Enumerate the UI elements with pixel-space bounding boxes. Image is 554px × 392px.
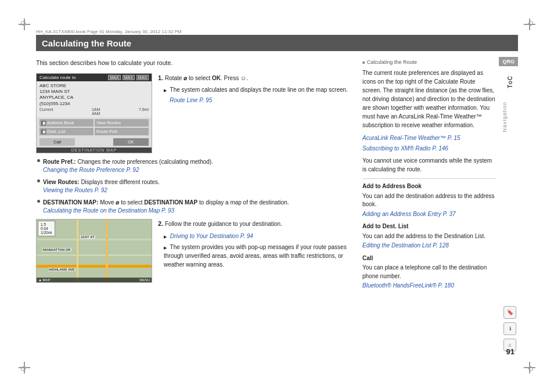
store-city: ANYPLACE, CA xyxy=(39,95,149,100)
intro-text: This section describes how to calculate … xyxy=(36,59,355,67)
current-row: Current 1AM 4AM 7.6mi xyxy=(39,107,149,116)
map-overlay: 1.5 0:04 1/20mi xyxy=(38,221,55,236)
time-col: 1AM 4AM xyxy=(92,107,100,116)
max-icon-1: MAX xyxy=(108,75,120,80)
options-list: Route Pref.: Changes the route preferenc… xyxy=(36,158,355,215)
step1-text: 1. Rotate ⌀ to select OK. Press ☺. The s… xyxy=(158,73,355,154)
time-4am: 4AM xyxy=(92,112,100,116)
store-info: ABC STORE 1234 MAIN ST ANYPLACE, CA (510… xyxy=(39,83,149,107)
step2-bullet2: The system provides you with pop-up mess… xyxy=(158,243,355,269)
bottom-icons: 🔖 ℹ ⌂ xyxy=(503,306,516,351)
dest-list-label: Dest. List xyxy=(47,129,65,134)
map-label-21st: 21ST ST xyxy=(80,235,95,239)
calc-buttons-row2: Call OK xyxy=(37,137,152,148)
acuralink-link[interactable]: AcuraLink Real-Time Weather™ P. 15 xyxy=(362,135,461,141)
call-btn[interactable]: Call xyxy=(39,138,75,146)
map-road-v2 xyxy=(106,220,108,282)
view-routes-desc: Displays three different routes. xyxy=(81,179,159,185)
call-title: Call xyxy=(362,254,496,263)
step1-number: 1. xyxy=(158,74,163,81)
map-road-h2 xyxy=(37,254,152,256)
bullet-content-3: DESTINATION MAP: Move ⌀ to select DESTIN… xyxy=(43,199,355,215)
route-line-link[interactable]: Route Line P. 95 xyxy=(170,97,212,103)
address-book-btn[interactable]: 📋 Address Book xyxy=(39,119,93,127)
bullet-content-1: Route Pref.: Changes the route preferenc… xyxy=(43,158,355,174)
step2-text: 2. Follow the route guidance to your des… xyxy=(158,219,355,283)
page-number: 91 xyxy=(506,347,515,356)
bullet-view-routes: View Routes: Displays three different ro… xyxy=(37,178,355,195)
corner-dot-bl xyxy=(21,366,26,371)
route-pref-desc: Changes the route preferences (calculati… xyxy=(77,159,213,165)
divider-1 xyxy=(362,178,496,179)
navigation-label: Navigation xyxy=(502,102,508,132)
changing-route-link[interactable]: Changing the Route Preference P. 92 xyxy=(43,167,139,173)
address-book-icon: 📋 xyxy=(41,121,46,125)
dest-map-term: DESTINATION MAP: xyxy=(43,199,98,206)
editing-dest-list-link[interactable]: Editing the Destination List P. 128 xyxy=(362,242,449,249)
max-icon-2: MAX xyxy=(123,75,135,80)
calc-screen-title: Calculate route to xyxy=(39,75,76,80)
add-dest-list-section: Add to Dest. List You can add the addres… xyxy=(362,222,496,250)
cannot-use-voice-note: You cannot use voice commands while the … xyxy=(362,156,496,174)
map-label-manhattan: MANHATTAN DR xyxy=(42,248,71,251)
page-title: Calculating the Route xyxy=(42,38,131,48)
xm-radio-link[interactable]: Subscribing to XM® Radio P. 146 xyxy=(362,145,448,152)
toc-label: ToC xyxy=(502,75,518,91)
bullet-content-2: View Routes: Displays three different ro… xyxy=(43,178,355,195)
bullet-dot-3 xyxy=(37,200,40,203)
map-bottom-bar: ▲ MAP MENU xyxy=(37,278,152,282)
add-dest-list-title: Add to Dest. List xyxy=(362,222,496,231)
bullet-route-pref: Route Pref.: Changes the route preferenc… xyxy=(37,158,355,174)
address-book-label: Address Book xyxy=(47,120,74,125)
call-section: Call You can place a telephone call to t… xyxy=(362,254,496,290)
view-routes-btn[interactable]: View Routes xyxy=(95,119,149,127)
right-section-title: Calculating the Route xyxy=(362,59,496,66)
add-address-book-text: You can add the destination address to t… xyxy=(362,192,496,209)
right-column: Calculating the Route The current route … xyxy=(362,55,496,357)
distance: 7.6mi xyxy=(139,107,149,116)
screenshot-area: Calculate route to MAX MAX MAX ABC STORE… xyxy=(36,73,355,154)
route-pref-term: Route Pref.: xyxy=(43,159,76,165)
map-road-v1 xyxy=(77,220,78,282)
store-address: 1234 MAIN ST xyxy=(39,89,149,95)
info-icon[interactable]: ℹ xyxy=(503,322,516,335)
corner-dot-tl xyxy=(21,21,26,26)
header-icons: MAX MAX MAX xyxy=(108,75,149,80)
map-time: 0:04 xyxy=(41,226,52,231)
calc-screen-body: ABC STORE 1234 MAIN ST ANYPLACE, CA (510… xyxy=(37,81,152,118)
file-info: HH_KA-31TX4800.book Page 91 Monday, Janu… xyxy=(36,29,182,34)
step2-bullet1: Driving to Your Destination P. 94 xyxy=(158,232,355,240)
time-1am: 1AM xyxy=(92,107,100,112)
map-speed-1: 1.5 xyxy=(41,222,52,226)
add-dest-list-text: You can add the address to the Destinati… xyxy=(362,232,496,241)
route-pref-label: Route Pref. xyxy=(96,129,118,134)
main-content: This section describes how to calculate … xyxy=(36,55,496,357)
qrg-tab: QRG xyxy=(499,57,518,66)
calc-route-dest-link[interactable]: Calculating the Route on the Destination… xyxy=(43,207,174,214)
route-pref-btn[interactable]: Route Pref. xyxy=(95,128,149,135)
add-address-book-section: Add to Address Book You can add the dest… xyxy=(362,182,496,218)
bullet-dot-2 xyxy=(37,179,40,182)
viewing-routes-link[interactable]: Viewing the Routes P. 92 xyxy=(43,187,107,193)
calc-screen: Calculate route to MAX MAX MAX ABC STORE… xyxy=(36,73,152,154)
step1-bullet1: The system calculates and displays the r… xyxy=(158,85,355,94)
toc-text: ToC xyxy=(507,75,513,88)
dest-list-btn[interactable]: 📋 Dest. List xyxy=(39,128,93,135)
step2-number: 2. xyxy=(158,220,163,227)
adding-address-book-link[interactable]: Adding an Address Book Entry P. 37 xyxy=(362,211,456,217)
right-body-text: The current route preferences are displa… xyxy=(362,69,496,130)
calc-buttons-row1: 📋 Address Book View Routes 📋 Dest. List … xyxy=(37,117,152,137)
corner-dot-br xyxy=(528,366,533,371)
current-label: Current xyxy=(39,107,53,116)
bluetooth-link[interactable]: Bluetooth® HandsFreeLink® P. 180 xyxy=(362,282,454,289)
map-scale: ▲ MAP xyxy=(38,278,51,282)
driving-dest-link[interactable]: Driving to Your Destination P. 94 xyxy=(170,233,253,239)
calc-screen-header: Calculate route to MAX MAX MAX xyxy=(37,74,152,81)
max-icon-3: MAX xyxy=(136,75,149,80)
map-screenshot-area: 21ST ST HIGHLAND AVE MANHATTAN DR 1.5 0:… xyxy=(36,219,355,283)
store-phone: (510)555-1234 xyxy=(39,101,149,107)
corner-dot-tr xyxy=(528,21,533,26)
map-label-highland: HIGHLAND AVE xyxy=(48,268,75,271)
bookmark-icon[interactable]: 🔖 xyxy=(503,306,516,319)
ok-btn[interactable]: OK xyxy=(113,138,149,146)
